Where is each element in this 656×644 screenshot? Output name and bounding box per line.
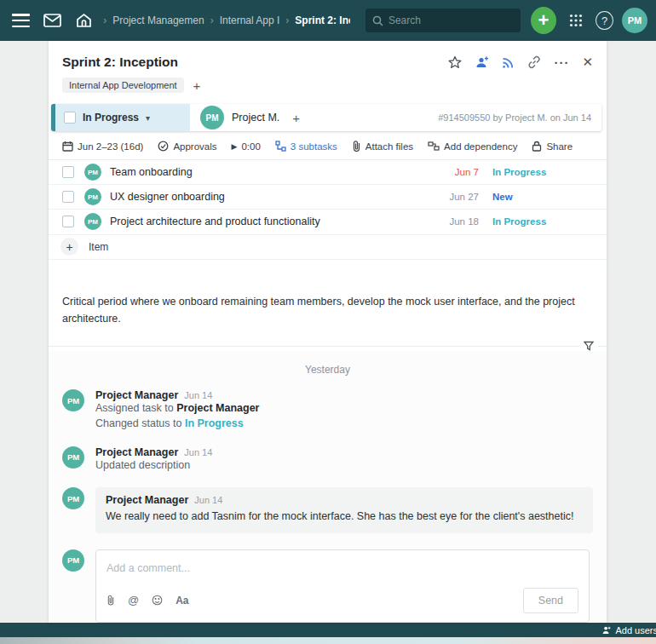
stream-divider bbox=[49, 341, 607, 351]
comment-text: We really need to add Tasnim for the moc… bbox=[106, 509, 583, 525]
event-author[interactable]: Project Manager bbox=[95, 446, 178, 458]
search-icon bbox=[372, 15, 383, 26]
lock-icon bbox=[532, 141, 542, 152]
play-icon: ▶ bbox=[232, 142, 238, 151]
event-line: Updated description bbox=[95, 458, 212, 474]
event-date: Jun 14 bbox=[184, 447, 212, 457]
approvals-button[interactable]: Approvals bbox=[158, 141, 216, 152]
status-label: In Progress bbox=[83, 112, 139, 124]
subtask-due-date: Jun 18 bbox=[440, 216, 479, 227]
composer-avatar: PM bbox=[62, 549, 84, 572]
text-format-icon[interactable]: Aa bbox=[176, 595, 188, 607]
task-toolbar: Jun 2–23 (16d) Approvals ▶ 0:00 3 subtas… bbox=[49, 133, 607, 160]
subtasks-button[interactable]: 3 subtasks bbox=[275, 141, 337, 152]
desktop-edge-strip bbox=[0, 637, 656, 644]
status-card: In Progress ▾ PM Project M. + #914509550… bbox=[51, 104, 601, 131]
send-button[interactable]: Send bbox=[523, 588, 578, 613]
breadcrumb-separator-icon: › bbox=[285, 14, 289, 26]
event-author[interactable]: Project Manager bbox=[95, 389, 178, 401]
complete-task-checkbox[interactable] bbox=[64, 112, 76, 124]
calendar-icon bbox=[62, 141, 73, 152]
task-detail-panel: Sprint 2: Inception bbox=[49, 41, 607, 623]
add-assignee-icon[interactable]: + bbox=[292, 111, 300, 125]
approvals-icon bbox=[158, 141, 169, 152]
subtask-row[interactable]: PM Project architecture and product func… bbox=[49, 210, 607, 234]
search-bar[interactable] bbox=[365, 9, 521, 32]
star-favorite-icon[interactable] bbox=[448, 55, 462, 69]
attach-icon[interactable] bbox=[106, 595, 115, 606]
comment-avatar[interactable]: PM bbox=[62, 487, 84, 509]
attach-files-button[interactable]: Attach files bbox=[352, 141, 413, 152]
add-item-button[interactable]: + Item bbox=[49, 235, 607, 261]
comment-author[interactable]: Project Manager bbox=[106, 494, 188, 506]
apps-grid-icon[interactable] bbox=[565, 9, 587, 32]
assignee-avatar[interactable]: PM bbox=[200, 106, 224, 129]
add-dependency-button[interactable]: Add dependency bbox=[428, 141, 517, 152]
comment-input[interactable] bbox=[106, 562, 578, 574]
permalink-icon[interactable] bbox=[527, 55, 541, 69]
subtask-row[interactable]: PM Team onboarding Jun 7 In Progress bbox=[49, 160, 607, 185]
breadcrumb-internal-app[interactable]: Internal App I bbox=[220, 14, 280, 26]
add-users-icon bbox=[601, 625, 612, 635]
more-options-icon[interactable]: ··· bbox=[554, 55, 569, 70]
subtask-title[interactable]: Project architecture and product functio… bbox=[110, 216, 320, 227]
add-tag-icon[interactable]: + bbox=[193, 79, 201, 92]
menu-icon[interactable] bbox=[12, 14, 30, 27]
subtask-row[interactable]: PM UX designer onboarding Jun 27 New bbox=[49, 185, 607, 210]
plus-icon: + bbox=[60, 238, 78, 256]
inbox-mail-icon[interactable] bbox=[42, 9, 64, 32]
create-new-button[interactable]: + bbox=[531, 7, 556, 34]
breadcrumb-separator-icon: › bbox=[210, 14, 214, 26]
task-description[interactable]: Critical period where we onboard remaini… bbox=[49, 260, 594, 327]
subtask-title[interactable]: UX designer onboarding bbox=[110, 191, 225, 203]
activity-event: PM Project ManagerJun 14 Updated descrip… bbox=[49, 446, 607, 474]
user-avatar[interactable]: PM bbox=[622, 8, 647, 33]
comment-input-box[interactable]: @ Aa Send bbox=[95, 549, 590, 623]
help-icon[interactable]: ? bbox=[596, 11, 613, 30]
assignee-name[interactable]: Project M. bbox=[232, 112, 279, 124]
chevron-down-icon: ▾ bbox=[146, 113, 150, 123]
home-icon[interactable] bbox=[72, 9, 95, 32]
subtask-status[interactable]: New bbox=[492, 192, 593, 202]
top-navbar: › Project Managemen › Internal App I › S… bbox=[0, 0, 656, 41]
event-line: Assigned task to Project Manager bbox=[95, 401, 259, 417]
subtask-status[interactable]: In Progress bbox=[492, 167, 593, 177]
breadcrumb-separator-icon: › bbox=[103, 14, 106, 26]
share-button[interactable]: Share bbox=[532, 141, 573, 152]
subtask-due-date: Jun 27 bbox=[440, 192, 479, 202]
subtask-assignee-avatar[interactable]: PM bbox=[84, 164, 101, 181]
rss-feed-icon[interactable] bbox=[502, 56, 515, 69]
add-item-label: Item bbox=[89, 241, 108, 253]
mention-icon[interactable]: @ bbox=[128, 594, 139, 607]
subtask-checkbox[interactable] bbox=[62, 216, 74, 227]
search-input[interactable] bbox=[388, 14, 499, 26]
add-follower-icon[interactable] bbox=[475, 56, 489, 68]
subtasks-icon bbox=[275, 141, 286, 152]
emoji-icon[interactable] bbox=[152, 595, 163, 606]
activity-event: PM Project ManagerJun 14 Assigned task t… bbox=[49, 389, 607, 432]
subtask-checkbox[interactable] bbox=[62, 191, 74, 203]
subtask-assignee-avatar[interactable]: PM bbox=[84, 213, 101, 230]
dates-button[interactable]: Jun 2–23 (16d) bbox=[62, 141, 143, 152]
dependency-icon bbox=[428, 141, 440, 152]
subtask-title[interactable]: Team onboarding bbox=[110, 166, 193, 178]
subtask-status[interactable]: In Progress bbox=[492, 216, 593, 227]
event-avatar[interactable]: PM bbox=[62, 389, 84, 411]
bottom-bar: Add users bbox=[0, 623, 656, 637]
breadcrumb-project-management[interactable]: Project Managemen bbox=[112, 14, 204, 26]
status-dropdown[interactable]: In Progress ▾ bbox=[55, 104, 190, 131]
subtask-assignee-avatar[interactable]: PM bbox=[84, 188, 101, 205]
breadcrumb-current-task[interactable]: Sprint 2: Incep bbox=[295, 14, 350, 26]
subtask-checkbox[interactable] bbox=[62, 166, 74, 178]
add-users-button[interactable]: Add users bbox=[615, 625, 656, 635]
status-link[interactable]: In Progress bbox=[185, 417, 244, 429]
close-icon[interactable]: ✕ bbox=[582, 55, 593, 70]
task-title[interactable]: Sprint 2: Inception bbox=[62, 55, 178, 70]
event-avatar[interactable]: PM bbox=[62, 446, 84, 469]
comment-event: PM Project ManagerJun 14 We really need … bbox=[49, 487, 607, 533]
timer-button[interactable]: ▶ 0:00 bbox=[232, 141, 261, 152]
comment-date: Jun 14 bbox=[194, 495, 222, 505]
comment-bubble[interactable]: Project ManagerJun 14 We really need to … bbox=[95, 487, 593, 533]
filter-icon[interactable] bbox=[579, 341, 598, 351]
project-tag[interactable]: Internal App Development bbox=[62, 78, 184, 93]
